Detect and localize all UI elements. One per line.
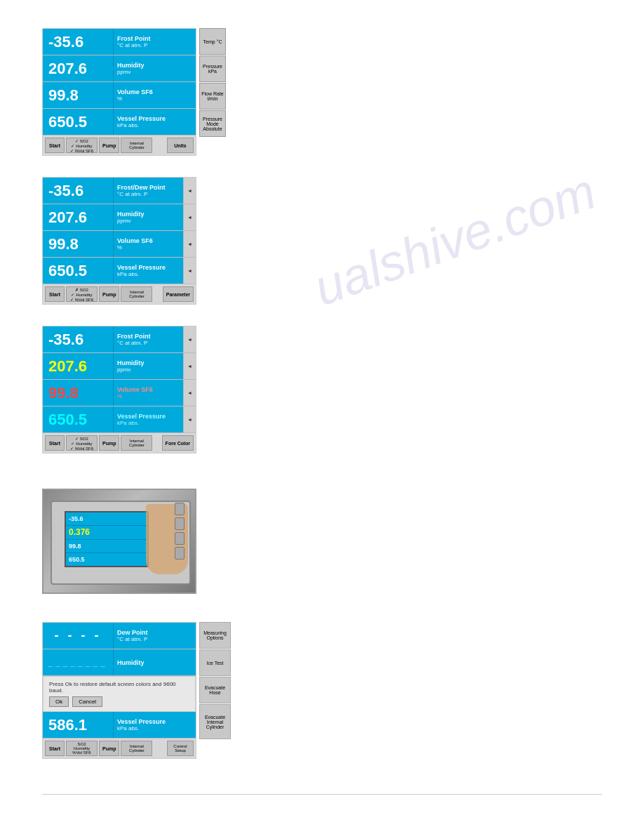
photo-btn-3 [175,532,185,545]
photo-screen: -35.6 0.376 99.8 650.5 [65,511,149,567]
panel3-btn-row: Start ✓ SO2 ✓ Humidity ✓ %Vol SF6 Pump I… [43,433,196,453]
panel1-btn-row: Start ✓ SO2 ✓ Humidity ✓ %Vol SF6 Pump I… [43,135,196,155]
panel1-value-4: 650.5 [43,109,113,135]
panel2-side-3[interactable]: ◄ [183,231,196,257]
panel1-side-btns: Temp °C Pressure kPa Flow Rate l/min Pre… [199,28,226,156]
panel2-container: -35.6 Frost/Dew Point °C at atm. P ◄ 207… [42,177,602,305]
panel2-internal-btn[interactable]: Internal Cylinder [121,286,152,302]
panel2-value-3: 99.8 [43,231,113,257]
panel2: -35.6 Frost/Dew Point °C at atm. P ◄ 207… [42,177,196,305]
panel1-side-btn-3[interactable]: Flow Rate l/min [199,83,226,110]
panel2-value-4: 650.5 [43,258,113,284]
panel1-label-4: Vessel Pressure kPa abs. [113,109,196,135]
panel4-dialog-text: Press Ok to restore default screen color… [49,681,189,694]
panel4-dashes-value: - - - - [43,623,113,649]
panel4-vessel-label: Vessel Pressure kPa abs. [113,712,196,738]
panel4-cancel-btn[interactable]: Cancel [72,696,102,707]
panel2-label-1: Frost/Dew Point °C at atm. P [113,178,183,204]
panel1-side-btn-4[interactable]: Pressure Mode Absolute [199,110,226,137]
panel1-units-btn[interactable]: Units [167,138,194,153]
panel1-label-1: Frost Point °C at atm. P [113,29,196,55]
panel4-start-btn[interactable]: Start [45,741,65,756]
instrument-photo-section: -35.6 0.376 99.8 650.5 [42,489,602,594]
panel1-row-1: -35.6 Frost Point °C at atm. P [43,29,196,55]
panel3-side-3[interactable]: ◄ [183,380,196,406]
panel3-side-1[interactable]: ◄ [183,326,196,352]
panel4-pump-btn[interactable]: Pump [99,741,119,756]
panel4-internal-btn[interactable]: Internal Cylinder [121,741,152,756]
panel4-ok-btn[interactable]: Ok [49,696,69,707]
panel3-forecolor-btn[interactable]: Fore Color [162,435,194,451]
photo-btn-2 [175,517,185,530]
panel4-row-dashes: - - - - Dew Point °C at atm. P [43,623,196,649]
panel3-internal-btn[interactable]: Internal Cylinder [121,435,152,451]
panel3-row-2: 207.6 Humidity ppmv ◄ [43,353,196,380]
panel3-start-btn[interactable]: Start [45,435,65,451]
bottom-divider [42,794,602,795]
panel2-label-2: Humidity ppmv [113,204,183,230]
panel1-row-3: 99.8 Volume SF6 % [43,82,196,109]
panel1-value-2: 207.6 [43,55,113,81]
panel3-label-4: Vessel Pressure kPa abs. [113,406,183,432]
panel3-value-4: 650.5 [43,406,113,432]
panel1-pump-btn[interactable]: Pump [99,138,119,153]
panel2-side-2[interactable]: ◄ [183,204,196,230]
panel2-btn-row: Start ✗ SO2 ✓ Humidity ✓ %Vol SF6 Pump I… [43,284,196,304]
panel4: - - - - Dew Point °C at atm. P ________ … [42,622,196,759]
screen-row-3: 99.8 [66,540,147,553]
panel4-humidity-label: Humidity [113,649,196,675]
panel4-evacuate-internal-btn[interactable]: Evacuate Internal Cylinder [199,704,231,739]
photo-btn-4 [175,547,185,560]
panel1-row-2: 207.6 Humidity ppmv [43,55,196,82]
panel2-pump-btn[interactable]: Pump [99,286,119,302]
panel2-side-1[interactable]: ◄ [183,178,196,204]
panel2-value-1: -35.6 [43,178,113,204]
panel2-row-1: -35.6 Frost/Dew Point °C at atm. P ◄ [43,178,196,204]
panel1-internal-btn[interactable]: Internal Cylinder [121,138,152,153]
panel2-side-4[interactable]: ◄ [183,258,196,284]
panel2-check-btn[interactable]: ✗ SO2 ✓ Humidity ✓ %Vol SF6 [66,286,98,302]
panel4-dialog-buttons: Ok Cancel [49,696,189,707]
panel3-side-2[interactable]: ◄ [183,353,196,379]
panel3-pump-btn[interactable]: Pump [99,435,119,451]
panel2-start-btn[interactable]: Start [45,286,65,302]
panel3-side-4[interactable]: ◄ [183,406,196,432]
panel3-value-1: -35.6 [43,326,113,352]
photo-btn-1 [175,503,185,515]
panel3-label-3: Volume SF6 % [113,380,183,406]
panel2-label-3: Volume SF6 % [113,231,183,257]
panel4-ice-test-btn[interactable]: Ice Test [199,649,231,676]
panel3-check-btn[interactable]: ✓ SO2 ✓ Humidity ✓ %Vol SF6 [66,435,98,451]
panel4-evacuate-hose-btn[interactable]: Evacuate Hose [199,677,231,703]
panel3-row-4: 650.5 Vessel Pressure kPa abs. ◄ [43,406,196,433]
panel2-row-2: 207.6 Humidity ppmv ◄ [43,204,196,231]
panel2-param-btn[interactable]: Parameter [163,286,194,302]
panel4-vessel-value: 586.1 [43,712,113,738]
panel4-measuring-btn[interactable]: Measuring Options [199,622,231,649]
screen-row-4: 650.5 [66,553,147,566]
panel1-label-2: Humidity ppmv [113,55,196,81]
panel3-container: -35.6 Frost Point °C at atm. P ◄ 207.6 H… [42,326,602,454]
panel1-container: -35.6 Frost Point °C at atm. P 207.6 Hum… [42,28,602,156]
panel4-dialog: Press Ok to restore default screen color… [43,676,196,712]
panel1-check-btn[interactable]: ✓ SO2 ✓ Humidity ✓ %Vol SF6 [66,138,98,153]
panel4-control-btn[interactable]: Control Setup [167,741,194,756]
panel2-row-4: 650.5 Vessel Pressure kPa abs. ◄ [43,258,196,284]
panel1-side-btn-1[interactable]: Temp °C [199,28,226,55]
instrument-photo: -35.6 0.376 99.8 650.5 [42,489,196,594]
panel3-value-3: 99.8 [43,380,113,406]
panel1-start-btn[interactable]: Start [45,138,65,153]
panel2-value-2: 207.6 [43,204,113,230]
screen-row-1: -35.6 [66,512,147,526]
panel4-dashes-label: Dew Point °C at atm. P [113,623,196,649]
screen-row-2: 0.376 [66,526,147,539]
panel3-row-1: -35.6 Frost Point °C at atm. P ◄ [43,326,196,353]
panel1-side-btn-2[interactable]: Pressure kPa [199,55,226,82]
panel1-value-1: -35.6 [43,29,113,55]
panel1-value-3: 99.8 [43,82,113,108]
panel4-row-humidity: ________ Humidity [43,649,196,676]
panel4-btn-row: Start SO2 Humidity %Vol SF6 Pump Interna… [43,739,196,758]
panel4-check-btn[interactable]: SO2 Humidity %Vol SF6 [66,741,98,756]
panel4-vessel-row: 586.1 Vessel Pressure kPa abs. [43,712,196,739]
panel2-row-3: 99.8 Volume SF6 % ◄ [43,231,196,258]
